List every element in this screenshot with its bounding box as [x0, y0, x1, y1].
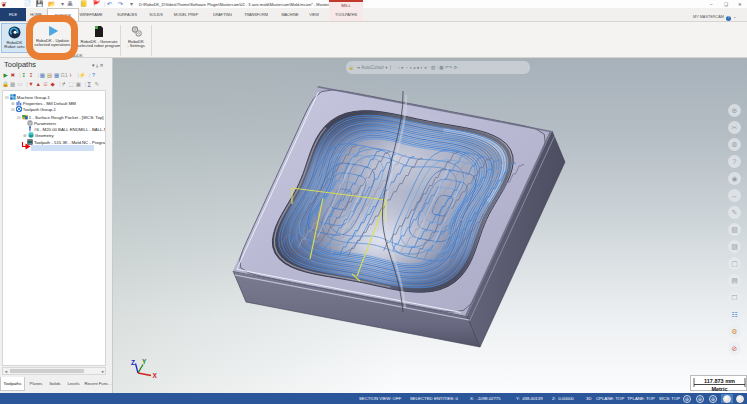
svg-text:X: X: [153, 372, 158, 379]
svg-text:117.873 mm: 117.873 mm: [704, 378, 735, 384]
svg-text:Metric: Metric: [711, 386, 727, 392]
svg-text:Y: Y: [142, 358, 147, 365]
svg-text:Z: Z: [131, 359, 135, 366]
